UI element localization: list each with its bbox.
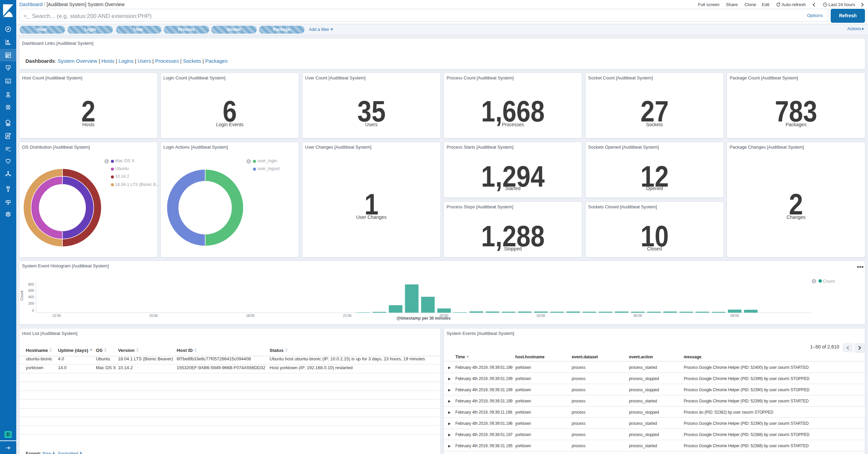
svg-text:06:00: 06:00 <box>633 314 642 318</box>
svg-text:400: 400 <box>28 295 34 299</box>
svg-text:03:00: 03:00 <box>537 314 545 318</box>
svg-text:600: 600 <box>28 289 34 292</box>
svg-text:0: 0 <box>32 309 34 313</box>
svg-text:@timestamp per 30 minutes: @timestamp per 30 minutes <box>396 316 451 321</box>
svg-text:18:00: 18:00 <box>246 314 255 318</box>
svg-text:12:00: 12:00 <box>52 314 61 318</box>
svg-text:15:00: 15:00 <box>149 314 158 318</box>
svg-text:200: 200 <box>28 302 34 305</box>
svg-text:800: 800 <box>28 283 34 286</box>
svg-text:21:00: 21:00 <box>343 314 351 318</box>
svg-text:09:00: 09:00 <box>730 314 739 318</box>
svg-text:Count: Count <box>20 290 24 300</box>
